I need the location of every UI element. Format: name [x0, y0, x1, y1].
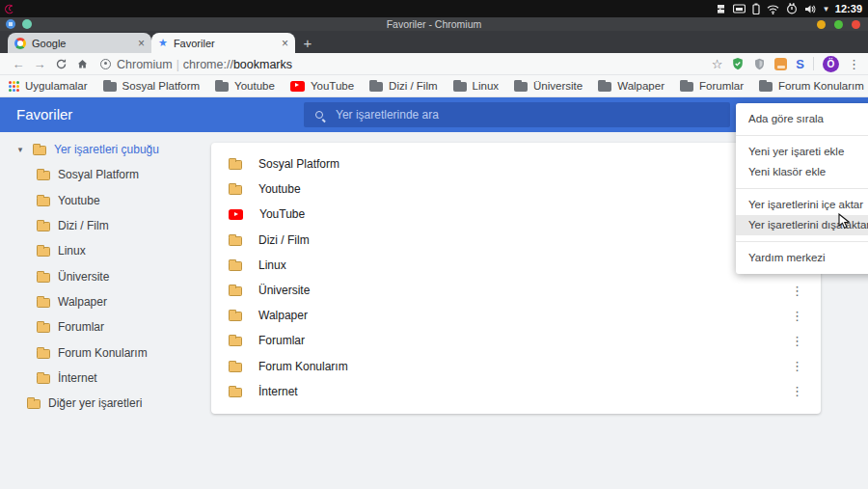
- list-item[interactable]: Youtube⋮: [211, 177, 821, 202]
- folder-icon: [37, 273, 50, 283]
- home-icon[interactable]: [71, 58, 93, 70]
- reload-icon[interactable]: [50, 58, 71, 70]
- robot-extension-icon[interactable]: [774, 58, 787, 70]
- item-menu-button[interactable]: ⋮: [787, 284, 807, 298]
- menu-item-import-bookmarks[interactable]: Yer işaretlerini içe aktar: [736, 195, 868, 215]
- s-extension-icon[interactable]: S: [796, 58, 804, 70]
- adblock-extension-icon[interactable]: [731, 57, 745, 70]
- bookmark-folder[interactable]: Linux: [453, 80, 500, 92]
- list-item[interactable]: Forum Konularım⋮: [211, 354, 821, 379]
- menu-item-help-center[interactable]: Yardım merkezi: [736, 248, 868, 268]
- apps-grid-icon: [9, 81, 19, 92]
- tree-item[interactable]: Sosyal Platform: [0, 162, 208, 187]
- tree-item-bookmarks-bar[interactable]: ▾ Yer işaretleri çubuğu: [0, 137, 208, 162]
- shield-extension-icon[interactable]: [753, 58, 766, 70]
- chromium-icon: [6, 19, 15, 29]
- bookmark-folder[interactable]: Forum Konularım: [759, 80, 864, 92]
- youtube-icon: [290, 81, 305, 92]
- tray-caret-icon[interactable]: ▾: [824, 5, 828, 14]
- bookmark-folder[interactable]: Dizi / Film: [369, 80, 437, 92]
- folder-icon: [598, 82, 611, 92]
- list-item[interactable]: Walpaper⋮: [211, 303, 821, 328]
- menu-item-add-folder[interactable]: Yeni klasör ekle: [736, 162, 868, 182]
- volume-icon[interactable]: [804, 4, 817, 14]
- maximize-button[interactable]: [834, 20, 843, 29]
- screen: ▾ 12:39 Favoriler - Chromium Google × ★ …: [0, 0, 868, 489]
- bookmark-folder[interactable]: Walpaper: [598, 80, 665, 92]
- tab-label: Favoriler: [174, 38, 276, 49]
- folder-icon: [229, 286, 242, 296]
- removable-media-icon[interactable]: [716, 4, 726, 14]
- profile-avatar[interactable]: Ö: [823, 56, 839, 72]
- minimize-button[interactable]: [817, 20, 826, 29]
- list-item[interactable]: Forumlar⋮: [211, 328, 821, 353]
- tab-google[interactable]: Google ×: [8, 33, 151, 53]
- item-menu-button[interactable]: ⋮: [787, 334, 807, 348]
- folder-icon: [229, 236, 242, 246]
- search-input[interactable]: [336, 108, 702, 122]
- chevron-down-icon[interactable]: ▾: [15, 145, 25, 154]
- omnibox[interactable]: Chromium|chrome://bookmarks: [100, 55, 712, 72]
- battery-icon[interactable]: [752, 3, 760, 14]
- list-item[interactable]: YouTube⋮: [211, 202, 821, 227]
- tree-item[interactable]: Dizi / Film: [0, 213, 208, 238]
- bookmark-folder[interactable]: Sosyal Platform: [103, 80, 201, 92]
- bookmarks-search[interactable]: [304, 102, 730, 127]
- folder-icon: [453, 82, 467, 92]
- bookmark-youtube[interactable]: YouTube: [290, 80, 354, 92]
- folder-icon: [37, 323, 50, 333]
- bookmark-star-favicon: ★: [158, 38, 168, 48]
- folder-icon: [103, 82, 117, 92]
- window-title: Favoriler - Chromium: [387, 18, 482, 30]
- bookmark-folder[interactable]: Forumlar: [680, 80, 744, 92]
- item-menu-button[interactable]: ⋮: [787, 309, 807, 323]
- folder-icon: [229, 363, 242, 372]
- tree-item-other-bookmarks[interactable]: Diğer yer işaretleri: [0, 391, 208, 416]
- folder-icon: [37, 197, 50, 206]
- toolbar-divider: [813, 57, 814, 70]
- folder-icon: [229, 185, 242, 195]
- tab-favoriler[interactable]: ★ Favoriler ×: [151, 33, 295, 53]
- close-tab-icon[interactable]: ×: [138, 37, 145, 50]
- tree-item[interactable]: Forum Konularım: [0, 340, 208, 365]
- folder-tree: ▾ Yer işaretleri çubuğu Sosyal Platform …: [0, 137, 208, 416]
- close-window-button[interactable]: [852, 20, 860, 29]
- context-menu: Ada göre sırala Yeni yer işareti ekle Ye…: [736, 103, 868, 274]
- url-site-name: Chromium: [117, 58, 173, 71]
- display-icon[interactable]: [733, 4, 746, 14]
- bookmark-folder[interactable]: Üniversite: [514, 80, 583, 92]
- menu-item-add-bookmark[interactable]: Yeni yer işareti ekle: [736, 142, 868, 162]
- list-item[interactable]: Dizi / Film⋮: [211, 228, 821, 253]
- forward-icon[interactable]: →: [29, 58, 50, 70]
- clipboard-manager-icon[interactable]: [786, 3, 798, 14]
- tree-item[interactable]: Youtube: [0, 188, 208, 213]
- browser-menu-icon[interactable]: ⋮: [848, 57, 860, 71]
- bookmark-this-page-icon[interactable]: ☆: [712, 57, 723, 71]
- list-item[interactable]: Üniversite⋮: [211, 278, 821, 303]
- apps-shortcut[interactable]: Uygulamalar: [9, 80, 88, 92]
- list-item[interactable]: İnternet⋮: [211, 379, 821, 404]
- tree-item[interactable]: Walpaper: [0, 289, 208, 314]
- list-item[interactable]: Linux⋮: [211, 253, 821, 278]
- list-item[interactable]: Sosyal Platform⋮: [211, 151, 821, 177]
- close-tab-icon[interactable]: ×: [282, 37, 288, 50]
- new-tab-button[interactable]: +: [297, 33, 318, 53]
- bookmarks-bar: Uygulamalar Sosyal Platform Youtube YouT…: [0, 75, 868, 97]
- menu-item-sort-by-name[interactable]: Ada göre sırala: [736, 109, 868, 129]
- item-menu-button[interactable]: ⋮: [787, 359, 807, 373]
- bookmark-folder[interactable]: Youtube: [215, 80, 275, 92]
- tree-item[interactable]: Üniversite: [0, 263, 208, 288]
- folder-icon: [229, 388, 242, 397]
- tree-item[interactable]: Forumlar: [0, 314, 208, 340]
- tree-item[interactable]: İnternet: [0, 366, 208, 391]
- wifi-icon[interactable]: [767, 4, 779, 14]
- clock[interactable]: 12:39: [835, 3, 862, 14]
- url-separator: |: [176, 58, 179, 71]
- window-titlebar[interactable]: Favoriler - Chromium: [0, 17, 868, 31]
- item-menu-button[interactable]: ⋮: [787, 384, 807, 398]
- mouse-cursor: [838, 213, 853, 233]
- tree-item[interactable]: Linux: [0, 238, 208, 263]
- back-icon[interactable]: ←: [8, 58, 29, 70]
- page-info-icon[interactable]: [100, 59, 111, 69]
- folder-icon: [37, 349, 50, 359]
